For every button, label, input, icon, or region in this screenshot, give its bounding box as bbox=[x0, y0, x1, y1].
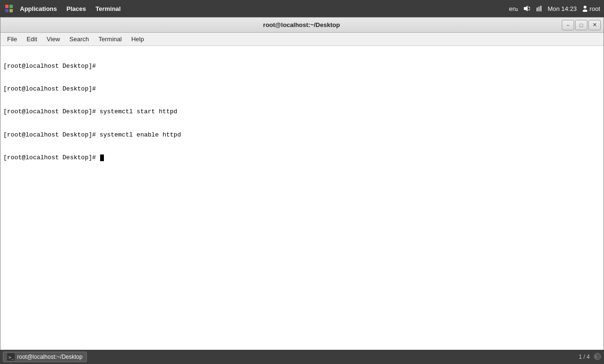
svg-rect-2 bbox=[5, 9, 9, 12]
menu-file[interactable]: File bbox=[2, 34, 22, 44]
taskbar-pager: 1 / 4 bbox=[579, 354, 590, 360]
system-bar: Applications Places Terminal en₂ Mon 14:… bbox=[0, 0, 604, 17]
terminal-line-4: [root@localhost Desktop]# systemctl enab… bbox=[3, 131, 601, 139]
taskbar-left: >_ root@localhost:~/Desktop bbox=[3, 352, 87, 362]
applications-icon bbox=[4, 3, 14, 14]
network-icon[interactable] bbox=[535, 5, 543, 12]
menu-edit[interactable]: Edit bbox=[22, 34, 42, 44]
svg-rect-7 bbox=[537, 8, 538, 11]
menu-help[interactable]: Help bbox=[127, 34, 149, 44]
svg-rect-9 bbox=[540, 6, 541, 11]
system-bar-right: en₂ Mon 14:23 root bbox=[509, 5, 600, 12]
minimize-button[interactable]: − bbox=[562, 20, 574, 30]
window-controls: − □ ✕ bbox=[562, 20, 601, 30]
menu-search[interactable]: Search bbox=[65, 34, 93, 44]
taskbar-window-label: root@localhost:~/Desktop bbox=[17, 354, 83, 360]
language-label: en₂ bbox=[509, 5, 518, 12]
maximize-button[interactable]: □ bbox=[575, 20, 587, 30]
user-display[interactable]: root bbox=[582, 5, 600, 12]
terminal-content[interactable]: [root@localhost Desktop]# [root@localhos… bbox=[0, 46, 604, 364]
applications-menu[interactable]: Applications bbox=[16, 3, 61, 14]
menu-bar: File Edit View Search Terminal Help bbox=[0, 33, 604, 46]
user-label: root bbox=[590, 5, 600, 12]
svg-line-6 bbox=[529, 9, 530, 10]
taskbar: >_ root@localhost:~/Desktop 1 / 4 i bbox=[0, 350, 604, 364]
terminal-line-1: [root@localhost Desktop]# bbox=[3, 62, 601, 71]
svg-rect-0 bbox=[5, 5, 9, 8]
terminal-line-2: [root@localhost Desktop]# bbox=[3, 85, 601, 93]
volume-icon[interactable] bbox=[523, 5, 530, 12]
datetime-label: Mon 14:23 bbox=[548, 5, 576, 12]
close-button[interactable]: ✕ bbox=[588, 20, 601, 30]
svg-text:i: i bbox=[595, 355, 596, 359]
menu-terminal[interactable]: Terminal bbox=[94, 34, 127, 44]
places-menu[interactable]: Places bbox=[63, 3, 90, 14]
svg-rect-8 bbox=[539, 7, 539, 11]
window-title: root@localhost:~/Desktop bbox=[41, 21, 562, 28]
menu-view[interactable]: View bbox=[42, 34, 65, 44]
svg-rect-1 bbox=[9, 5, 13, 8]
terminal-menu[interactable]: Terminal bbox=[92, 3, 124, 14]
terminal-window: root@localhost:~/Desktop − □ ✕ File Edit… bbox=[0, 17, 604, 364]
svg-rect-3 bbox=[9, 9, 13, 12]
terminal-line-3: [root@localhost Desktop]# systemctl star… bbox=[3, 108, 601, 116]
svg-marker-4 bbox=[524, 6, 528, 11]
system-bar-left: Applications Places Terminal bbox=[4, 3, 124, 14]
title-bar: root@localhost:~/Desktop − □ ✕ bbox=[0, 18, 604, 33]
terminal-line-5: [root@localhost Desktop]# bbox=[3, 154, 601, 162]
datetime-display[interactable]: Mon 14:23 bbox=[548, 5, 576, 12]
svg-point-11 bbox=[583, 9, 587, 12]
taskbar-right: 1 / 4 i bbox=[579, 353, 601, 362]
taskbar-pager-button[interactable]: i bbox=[594, 353, 601, 362]
taskbar-terminal-icon: >_ bbox=[7, 353, 15, 361]
svg-line-5 bbox=[529, 7, 530, 8]
svg-text:>_: >_ bbox=[9, 355, 14, 360]
language-indicator[interactable]: en₂ bbox=[509, 5, 518, 12]
svg-point-10 bbox=[584, 6, 586, 9]
terminal-cursor bbox=[100, 155, 104, 161]
taskbar-terminal-item[interactable]: >_ root@localhost:~/Desktop bbox=[3, 352, 87, 362]
